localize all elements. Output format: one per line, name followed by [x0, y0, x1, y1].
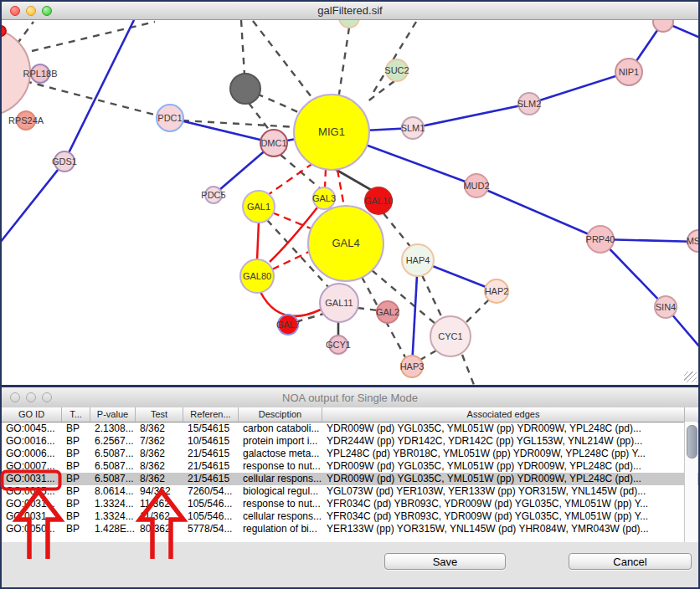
table-row[interactable]: GO:0031...BP1.3324...11/362105/546...res…: [2, 498, 698, 510]
edge-graydash[interactable]: [338, 28, 349, 100]
node-HAP3[interactable]: HAP3: [400, 356, 425, 377]
edge-graydash[interactable]: [371, 22, 416, 96]
edge-redsolid[interactable]: [260, 292, 321, 316]
edge-blue[interactable]: [600, 239, 698, 242]
node-PDC1[interactable]: PDC1: [157, 105, 183, 131]
edge-redsolid[interactable]: [257, 222, 259, 260]
edge-reddash[interactable]: [272, 213, 311, 228]
cancel-button[interactable]: Cancel: [569, 553, 692, 570]
edge-graydash[interactable]: [253, 21, 320, 108]
node-SLM2[interactable]: SLM2: [517, 93, 542, 115]
table-cell: response to nut...: [239, 498, 322, 510]
edge-graydash[interactable]: [32, 22, 155, 51]
node-GAL2[interactable]: GAL2: [376, 301, 399, 323]
table-cell: 11/362: [136, 498, 183, 510]
node-GAL11[interactable]: GAL11: [320, 284, 358, 322]
column-header-t-[interactable]: T...: [62, 407, 90, 422]
table-cell: GO:0031...: [2, 498, 62, 510]
table-cell: YPL248C (pd) YBR018C, YML051W (pp) YDR00…: [322, 448, 685, 460]
node-GAL7[interactable]: GAL7: [276, 315, 300, 335]
column-header-test[interactable]: Test: [136, 407, 183, 422]
table-cell: YFR034C (pd) YBR093C, YDR009W (pd) YGL03…: [322, 510, 685, 523]
node-GAL80[interactable]: GAL80: [240, 259, 274, 293]
node-label: MSL1: [687, 236, 698, 246]
table-scrollbar[interactable]: [684, 422, 697, 542]
edge-reddash[interactable]: [265, 163, 313, 197]
edge-reddash[interactable]: [325, 169, 326, 188]
node-SLM1[interactable]: SLM1: [401, 117, 425, 139]
node-label: SLM1: [401, 123, 425, 133]
table-row[interactable]: GO:0016...BP6.2567...7/36210/54615protei…: [2, 435, 698, 448]
network-canvas[interactable]: RPL18BRPS24AGDS1PDC1DMC1MIG1SUC2SLM1SLM2…: [2, 20, 698, 385]
zoom-button[interactable]: [42, 392, 52, 402]
table-row[interactable]: GO:0007...BP6.5087...8/36221/54615respon…: [2, 460, 698, 473]
edge-blue[interactable]: [600, 239, 698, 347]
column-header-desciption[interactable]: Desciption: [239, 407, 322, 422]
node-GDS1[interactable]: GDS1: [52, 151, 77, 172]
window-controls-inactive: [10, 387, 52, 407]
node-top-right-pink[interactable]: [653, 20, 673, 32]
node-RPS24A[interactable]: RPS24A: [8, 111, 44, 130]
node-SIN4[interactable]: SIN4: [655, 296, 677, 318]
minimize-button[interactable]: [26, 392, 36, 402]
edge-graydash[interactable]: [249, 103, 270, 131]
node-MIG1[interactable]: MIG1: [294, 95, 369, 170]
node-DMC1[interactable]: DMC1: [260, 130, 287, 156]
table-cell: 10/54615: [183, 435, 239, 448]
edge-graydash[interactable]: [422, 275, 442, 318]
edge-graydash[interactable]: [358, 308, 378, 310]
node-PRP40[interactable]: PRP40: [586, 226, 615, 253]
edge-reddash[interactable]: [337, 170, 344, 207]
edge-graydash[interactable]: [25, 81, 157, 115]
edge-graydash[interactable]: [17, 22, 33, 44]
edge-graydash[interactable]: [367, 81, 394, 102]
node-PDC5[interactable]: PDC5: [201, 187, 225, 203]
node-GCY1[interactable]: GCY1: [326, 335, 351, 354]
table-cell: YDR009W (pd) YGL035C, YML051W (pp) YDR00…: [322, 460, 685, 473]
network-window-titlebar[interactable]: galFiltered.sif: [2, 2, 698, 20]
table-cell: 6.5087...: [90, 448, 136, 460]
node-red-sliver[interactable]: [2, 26, 6, 36]
table-row[interactable]: GO:0031...BP6.5087...8/36221/54615cellul…: [2, 473, 698, 485]
node-GAL10[interactable]: GAL10: [364, 187, 393, 214]
node-HAP4[interactable]: HAP4: [402, 244, 434, 276]
edge-graydash[interactable]: [420, 351, 436, 360]
node-CYC1[interactable]: CYC1: [430, 316, 471, 356]
node-NIP1[interactable]: NIP1: [615, 59, 642, 85]
table-cell: 105/546...: [183, 510, 239, 523]
table-row[interactable]: GO:0045...BP2.1308...8/36215/54615carbon…: [2, 423, 698, 435]
node-MSL1[interactable]: MSL1: [687, 230, 698, 252]
edge-graydash[interactable]: [298, 313, 327, 321]
column-header-referen-[interactable]: Referen...: [183, 407, 239, 422]
resize-grip-icon[interactable]: [684, 371, 697, 382]
node-MUD2[interactable]: MUD2: [463, 174, 489, 197]
save-button[interactable]: Save: [384, 553, 506, 570]
node-label: SIN4: [656, 302, 676, 312]
node-GAL3[interactable]: GAL3: [312, 187, 336, 209]
zoom-button[interactable]: [42, 6, 52, 16]
node-GAL4[interactable]: GAL4: [308, 206, 383, 281]
node-label: MUD2: [463, 181, 489, 191]
edge-graydash[interactable]: [383, 213, 412, 248]
scrollbar-thumb[interactable]: [687, 425, 697, 458]
column-header-associated-edges[interactable]: Associated edges: [322, 407, 685, 422]
table-cell: protein import i...: [239, 435, 322, 448]
node-GAL1[interactable]: GAL1: [243, 191, 275, 223]
node-label: RPS24A: [8, 115, 44, 125]
column-header-p-value[interactable]: P-value: [90, 407, 136, 422]
close-button[interactable]: [10, 6, 20, 16]
node-gray-node[interactable]: [230, 74, 260, 104]
table-row[interactable]: GO:0031...BP1.3324...11/362105/546...cel…: [2, 510, 698, 523]
close-button[interactable]: [10, 392, 20, 402]
table-row[interactable]: GO:0006...BP6.5087...8/36221/54615galact…: [2, 448, 698, 460]
node-green-top[interactable]: [339, 20, 359, 28]
node-SUC2[interactable]: SUC2: [384, 59, 409, 81]
node-HAP2[interactable]: HAP2: [485, 279, 509, 303]
noa-window-titlebar[interactable]: NOA output for Single Mode: [2, 387, 698, 408]
column-header-go-id[interactable]: GO ID: [2, 407, 62, 422]
minimize-button[interactable]: [26, 6, 36, 16]
edge-graydash[interactable]: [466, 300, 489, 323]
edge-graydash[interactable]: [462, 355, 474, 385]
table-row[interactable]: GO:0050...BP1.428E...80/3625778/54...reg…: [2, 523, 698, 535]
table-row[interactable]: GO:0065...BP8.0614...94/3627260/54...bio…: [2, 485, 698, 498]
